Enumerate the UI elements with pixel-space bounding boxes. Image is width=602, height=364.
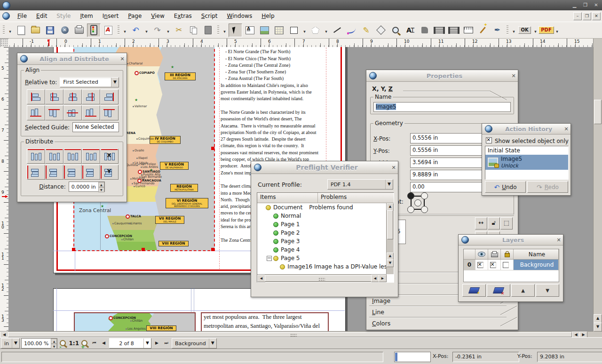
printable-checkbox[interactable]	[490, 262, 496, 268]
window-maximize-button[interactable]: ❐	[581, 1, 589, 8]
basepoint-bottom-left[interactable]	[407, 206, 414, 213]
horizontal-scrollbar-thumb[interactable]	[8, 332, 572, 337]
basepoint-top-right[interactable]	[421, 192, 428, 199]
layer-row-background[interactable]: 0 Background	[464, 260, 559, 270]
distribute-by-y-distance-button[interactable]: Y	[100, 165, 119, 180]
tab-colors[interactable]: Colors	[366, 317, 518, 328]
center-on-horizontal-axis-button[interactable]	[63, 105, 82, 120]
zoom-tool[interactable]	[388, 24, 402, 37]
align-left-to-right-button[interactable]	[100, 89, 119, 104]
scroll-left-button-2[interactable]: ◀	[371, 275, 379, 282]
undo-button[interactable]: ↶Undo	[485, 181, 526, 193]
action-history-titlebar[interactable]: Action History ✕	[482, 124, 570, 135]
unlink-text-frames-tool[interactable]	[447, 24, 460, 37]
copy-item-properties-tool[interactable]	[476, 24, 490, 37]
distribute-right-sides-button[interactable]	[63, 149, 82, 164]
preflight-verifier-button[interactable]	[87, 24, 101, 37]
list-vertical-scrollbar[interactable]: ▲ ▲ ▼	[386, 203, 394, 274]
layers-titlebar[interactable]: Layers ✕	[459, 235, 563, 245]
toolbar-grip[interactable]	[116, 24, 121, 37]
eye-dropper-tool[interactable]: ✒	[491, 24, 504, 37]
freehand-line-tool[interactable]: ✎	[359, 24, 373, 37]
close-document-button[interactable]	[58, 24, 71, 37]
select-item-tool[interactable]	[229, 24, 242, 37]
page2-text-frame[interactable]: yet most populous area. The three larges…	[201, 312, 329, 332]
close-icon[interactable]: ✕	[562, 126, 570, 132]
close-icon[interactable]: ✕	[554, 237, 563, 243]
preflight-item-image16[interactable]: Image16 Image has a DPI-Value les	[257, 262, 394, 271]
scroll-up-button[interactable]: ▲	[594, 314, 602, 323]
last-page-button[interactable]: ⏭	[162, 339, 170, 348]
history-item-initial-state[interactable]: Initial State	[485, 146, 568, 155]
insert-shape-tool[interactable]	[287, 24, 301, 37]
pdf-button-dropdown[interactable]	[532, 24, 539, 37]
distribute-bottoms-button[interactable]	[27, 165, 45, 180]
distribute-equal-horizontal-gaps-button[interactable]	[82, 149, 100, 164]
close-icon[interactable]: ✕	[389, 165, 398, 171]
menu-extras[interactable]: Extras	[169, 11, 197, 22]
align-right-to-left-button[interactable]	[27, 89, 45, 104]
preflight-results-list[interactable]: Items Problems Document Problems found N…	[257, 192, 394, 283]
menu-style[interactable]: Style	[52, 11, 75, 22]
toolbar-grip[interactable]	[505, 24, 510, 37]
profile-selector[interactable]: PDF 1.4 ▼	[327, 179, 393, 190]
pdf-field-tool[interactable]: PDF	[539, 24, 553, 37]
delete-layer-button[interactable]	[487, 284, 510, 297]
file-tools-overflow[interactable]	[7, 24, 13, 37]
lower-layer-button[interactable]: ▼	[536, 284, 559, 297]
distance-spinbox[interactable]: 0.0000 in ▲▼	[69, 182, 105, 192]
close-icon[interactable]: ✕	[118, 56, 127, 62]
insert-image-frame-tool[interactable]	[258, 24, 271, 37]
scroll-left-button[interactable]: ◀	[257, 275, 265, 282]
pdf-field-dropdown[interactable]	[554, 24, 560, 37]
zoom-out-button[interactable]: -	[59, 339, 67, 348]
save-document-button[interactable]	[43, 24, 57, 37]
distribute-centers-vertically-button[interactable]	[45, 165, 63, 180]
flip-horizontal-button[interactable]: ↔	[475, 217, 487, 229]
link-text-frames-tool[interactable]	[432, 24, 446, 37]
preflight-item-page4[interactable]: Page 4	[257, 245, 394, 254]
show-selected-only-checkbox[interactable]: Show selected object only	[486, 137, 569, 144]
align-bottom-to-top-button[interactable]	[27, 105, 45, 120]
shape-dropdown[interactable]	[301, 24, 308, 37]
align-right-sides-button[interactable]	[82, 89, 100, 104]
page2-map-image-frame[interactable]: VIII REGIÓN CONCEPCIÓNChillánLos Angeles	[74, 312, 196, 332]
align-left-sides-button[interactable]	[45, 89, 63, 104]
polygon-dropdown[interactable]	[323, 24, 329, 37]
layers-table[interactable]: Name 0 Background	[463, 249, 559, 282]
distribute-tops-button[interactable]	[63, 165, 82, 180]
insert-line-tool[interactable]	[330, 24, 344, 37]
new-document-button[interactable]	[14, 24, 28, 37]
print-button[interactable]	[72, 24, 86, 37]
preflight-item-page2[interactable]: Page 2	[257, 229, 394, 237]
menu-help[interactable]: Help	[257, 11, 279, 22]
raise-layer-button[interactable]: ▲	[511, 284, 535, 297]
selection-handle-bottom-right[interactable]	[211, 248, 214, 251]
horizontal-scrollbar[interactable]: ◀ ◀ ▶	[0, 331, 594, 338]
problems-column-header[interactable]: Problems	[318, 193, 349, 203]
checkbox-checked-icon[interactable]	[486, 137, 492, 143]
vertical-scrollbar[interactable]: ▲ ▼	[593, 39, 602, 332]
align-bottom-edges-button[interactable]	[82, 105, 100, 120]
preflight-item-normal[interactable]: Normal	[257, 212, 394, 220]
distribute-by-x-distance-button[interactable]: X	[100, 149, 119, 164]
menu-insert[interactable]: Insert	[98, 11, 123, 22]
distribute-equal-vertical-gaps-button[interactable]	[82, 165, 100, 180]
align-top-edges-button[interactable]	[45, 105, 63, 120]
mdi-window-button[interactable]: ✕	[592, 12, 601, 20]
next-page-button[interactable]: ▶	[153, 339, 161, 348]
center-on-vertical-axis-button[interactable]	[63, 89, 82, 104]
unit-selector[interactable]: in▼	[1, 338, 20, 348]
properties-titlebar[interactable]: Properties ✕	[366, 70, 518, 82]
menu-page[interactable]: Page	[123, 11, 146, 22]
copy-button[interactable]	[187, 24, 200, 37]
scroll-down-button[interactable]: ▼	[387, 260, 394, 267]
item-tools-overflow[interactable]	[222, 24, 228, 37]
basepoint-selector[interactable]	[407, 192, 428, 213]
distribute-centers-horizontally-button[interactable]	[45, 149, 63, 164]
preflight-item-document[interactable]: Document Problems found	[257, 203, 394, 212]
story-editor-tool[interactable]	[418, 24, 431, 37]
visible-checkbox[interactable]	[477, 262, 483, 268]
preflight-item-page5[interactable]: Page 5	[257, 254, 394, 262]
align-top-to-bottom-button[interactable]	[100, 105, 119, 120]
